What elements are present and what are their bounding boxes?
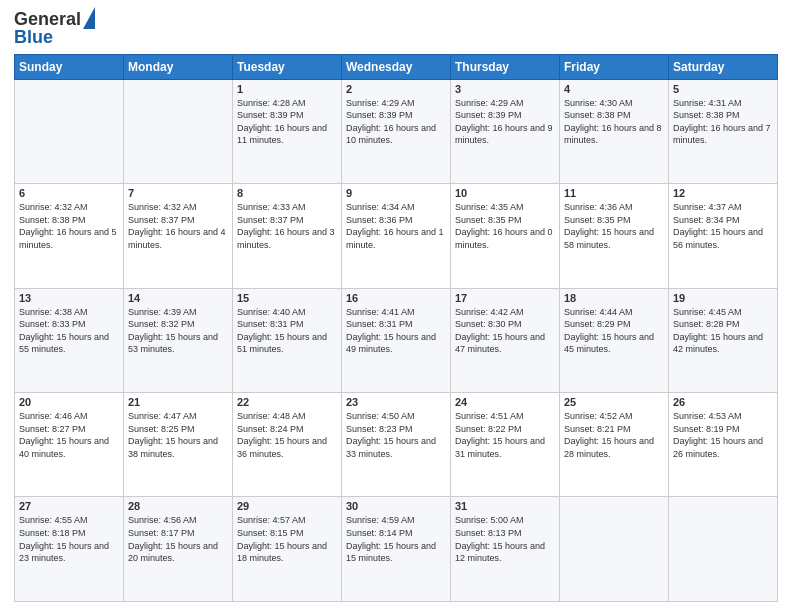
- day-number: 21: [128, 396, 228, 408]
- logo-triangle-icon: [83, 7, 95, 29]
- calendar-cell: 28Sunrise: 4:56 AM Sunset: 8:17 PM Dayli…: [124, 497, 233, 602]
- day-info: Sunrise: 4:36 AM Sunset: 8:35 PM Dayligh…: [564, 201, 664, 251]
- calendar-cell: 8Sunrise: 4:33 AM Sunset: 8:37 PM Daylig…: [233, 184, 342, 288]
- day-info: Sunrise: 4:38 AM Sunset: 8:33 PM Dayligh…: [19, 306, 119, 356]
- calendar-cell: 22Sunrise: 4:48 AM Sunset: 8:24 PM Dayli…: [233, 393, 342, 497]
- day-number: 20: [19, 396, 119, 408]
- day-number: 7: [128, 187, 228, 199]
- day-number: 27: [19, 500, 119, 512]
- day-info: Sunrise: 4:52 AM Sunset: 8:21 PM Dayligh…: [564, 410, 664, 460]
- calendar-cell: 19Sunrise: 4:45 AM Sunset: 8:28 PM Dayli…: [669, 288, 778, 392]
- day-info: Sunrise: 4:57 AM Sunset: 8:15 PM Dayligh…: [237, 514, 337, 564]
- calendar-cell: 17Sunrise: 4:42 AM Sunset: 8:30 PM Dayli…: [451, 288, 560, 392]
- calendar-cell: 6Sunrise: 4:32 AM Sunset: 8:38 PM Daylig…: [15, 184, 124, 288]
- calendar-cell: 27Sunrise: 4:55 AM Sunset: 8:18 PM Dayli…: [15, 497, 124, 602]
- day-number: 22: [237, 396, 337, 408]
- weekday-header-friday: Friday: [560, 54, 669, 79]
- calendar-cell: 2Sunrise: 4:29 AM Sunset: 8:39 PM Daylig…: [342, 79, 451, 183]
- day-info: Sunrise: 4:33 AM Sunset: 8:37 PM Dayligh…: [237, 201, 337, 251]
- day-info: Sunrise: 4:39 AM Sunset: 8:32 PM Dayligh…: [128, 306, 228, 356]
- day-info: Sunrise: 4:35 AM Sunset: 8:35 PM Dayligh…: [455, 201, 555, 251]
- day-info: Sunrise: 4:29 AM Sunset: 8:39 PM Dayligh…: [455, 97, 555, 147]
- day-info: Sunrise: 4:37 AM Sunset: 8:34 PM Dayligh…: [673, 201, 773, 251]
- day-info: Sunrise: 4:44 AM Sunset: 8:29 PM Dayligh…: [564, 306, 664, 356]
- calendar-cell: 26Sunrise: 4:53 AM Sunset: 8:19 PM Dayli…: [669, 393, 778, 497]
- calendar-cell: [669, 497, 778, 602]
- calendar-cell: 7Sunrise: 4:32 AM Sunset: 8:37 PM Daylig…: [124, 184, 233, 288]
- day-number: 18: [564, 292, 664, 304]
- calendar-week-4: 20Sunrise: 4:46 AM Sunset: 8:27 PM Dayli…: [15, 393, 778, 497]
- day-number: 23: [346, 396, 446, 408]
- calendar-cell: [15, 79, 124, 183]
- day-number: 17: [455, 292, 555, 304]
- day-number: 31: [455, 500, 555, 512]
- calendar-cell: 13Sunrise: 4:38 AM Sunset: 8:33 PM Dayli…: [15, 288, 124, 392]
- calendar-cell: 18Sunrise: 4:44 AM Sunset: 8:29 PM Dayli…: [560, 288, 669, 392]
- day-info: Sunrise: 4:32 AM Sunset: 8:37 PM Dayligh…: [128, 201, 228, 251]
- day-number: 6: [19, 187, 119, 199]
- day-info: Sunrise: 4:53 AM Sunset: 8:19 PM Dayligh…: [673, 410, 773, 460]
- day-info: Sunrise: 4:29 AM Sunset: 8:39 PM Dayligh…: [346, 97, 446, 147]
- calendar-cell: 4Sunrise: 4:30 AM Sunset: 8:38 PM Daylig…: [560, 79, 669, 183]
- calendar-cell: 21Sunrise: 4:47 AM Sunset: 8:25 PM Dayli…: [124, 393, 233, 497]
- day-info: Sunrise: 4:47 AM Sunset: 8:25 PM Dayligh…: [128, 410, 228, 460]
- day-info: Sunrise: 4:41 AM Sunset: 8:31 PM Dayligh…: [346, 306, 446, 356]
- day-number: 5: [673, 83, 773, 95]
- day-info: Sunrise: 4:30 AM Sunset: 8:38 PM Dayligh…: [564, 97, 664, 147]
- calendar-cell: 10Sunrise: 4:35 AM Sunset: 8:35 PM Dayli…: [451, 184, 560, 288]
- day-number: 10: [455, 187, 555, 199]
- day-number: 30: [346, 500, 446, 512]
- day-info: Sunrise: 4:32 AM Sunset: 8:38 PM Dayligh…: [19, 201, 119, 251]
- calendar-cell: 31Sunrise: 5:00 AM Sunset: 8:13 PM Dayli…: [451, 497, 560, 602]
- logo: General Blue: [14, 10, 95, 48]
- calendar-cell: 11Sunrise: 4:36 AM Sunset: 8:35 PM Dayli…: [560, 184, 669, 288]
- weekday-header-monday: Monday: [124, 54, 233, 79]
- day-number: 16: [346, 292, 446, 304]
- day-info: Sunrise: 4:42 AM Sunset: 8:30 PM Dayligh…: [455, 306, 555, 356]
- day-number: 1: [237, 83, 337, 95]
- day-number: 28: [128, 500, 228, 512]
- day-number: 9: [346, 187, 446, 199]
- day-info: Sunrise: 4:50 AM Sunset: 8:23 PM Dayligh…: [346, 410, 446, 460]
- day-number: 11: [564, 187, 664, 199]
- calendar-cell: 25Sunrise: 4:52 AM Sunset: 8:21 PM Dayli…: [560, 393, 669, 497]
- weekday-header-wednesday: Wednesday: [342, 54, 451, 79]
- calendar-table: SundayMondayTuesdayWednesdayThursdayFrid…: [14, 54, 778, 602]
- day-number: 24: [455, 396, 555, 408]
- calendar-cell: 14Sunrise: 4:39 AM Sunset: 8:32 PM Dayli…: [124, 288, 233, 392]
- calendar-cell: 29Sunrise: 4:57 AM Sunset: 8:15 PM Dayli…: [233, 497, 342, 602]
- weekday-header-sunday: Sunday: [15, 54, 124, 79]
- day-info: Sunrise: 4:48 AM Sunset: 8:24 PM Dayligh…: [237, 410, 337, 460]
- day-info: Sunrise: 4:55 AM Sunset: 8:18 PM Dayligh…: [19, 514, 119, 564]
- day-number: 25: [564, 396, 664, 408]
- logo-blue: Blue: [14, 28, 53, 48]
- day-number: 3: [455, 83, 555, 95]
- day-info: Sunrise: 4:40 AM Sunset: 8:31 PM Dayligh…: [237, 306, 337, 356]
- calendar-cell: 9Sunrise: 4:34 AM Sunset: 8:36 PM Daylig…: [342, 184, 451, 288]
- day-info: Sunrise: 4:28 AM Sunset: 8:39 PM Dayligh…: [237, 97, 337, 147]
- day-info: Sunrise: 4:56 AM Sunset: 8:17 PM Dayligh…: [128, 514, 228, 564]
- day-number: 15: [237, 292, 337, 304]
- weekday-header-tuesday: Tuesday: [233, 54, 342, 79]
- day-number: 26: [673, 396, 773, 408]
- calendar-week-2: 6Sunrise: 4:32 AM Sunset: 8:38 PM Daylig…: [15, 184, 778, 288]
- calendar-cell: 3Sunrise: 4:29 AM Sunset: 8:39 PM Daylig…: [451, 79, 560, 183]
- day-number: 12: [673, 187, 773, 199]
- day-info: Sunrise: 4:59 AM Sunset: 8:14 PM Dayligh…: [346, 514, 446, 564]
- day-number: 8: [237, 187, 337, 199]
- calendar-cell: 1Sunrise: 4:28 AM Sunset: 8:39 PM Daylig…: [233, 79, 342, 183]
- calendar-cell: 30Sunrise: 4:59 AM Sunset: 8:14 PM Dayli…: [342, 497, 451, 602]
- calendar-week-5: 27Sunrise: 4:55 AM Sunset: 8:18 PM Dayli…: [15, 497, 778, 602]
- calendar-cell: 16Sunrise: 4:41 AM Sunset: 8:31 PM Dayli…: [342, 288, 451, 392]
- day-number: 19: [673, 292, 773, 304]
- day-number: 14: [128, 292, 228, 304]
- calendar-cell: 20Sunrise: 4:46 AM Sunset: 8:27 PM Dayli…: [15, 393, 124, 497]
- day-info: Sunrise: 5:00 AM Sunset: 8:13 PM Dayligh…: [455, 514, 555, 564]
- page-header: General Blue: [14, 10, 778, 48]
- day-info: Sunrise: 4:31 AM Sunset: 8:38 PM Dayligh…: [673, 97, 773, 147]
- weekday-header-row: SundayMondayTuesdayWednesdayThursdayFrid…: [15, 54, 778, 79]
- calendar-cell: 23Sunrise: 4:50 AM Sunset: 8:23 PM Dayli…: [342, 393, 451, 497]
- day-number: 2: [346, 83, 446, 95]
- calendar-cell: 12Sunrise: 4:37 AM Sunset: 8:34 PM Dayli…: [669, 184, 778, 288]
- day-info: Sunrise: 4:34 AM Sunset: 8:36 PM Dayligh…: [346, 201, 446, 251]
